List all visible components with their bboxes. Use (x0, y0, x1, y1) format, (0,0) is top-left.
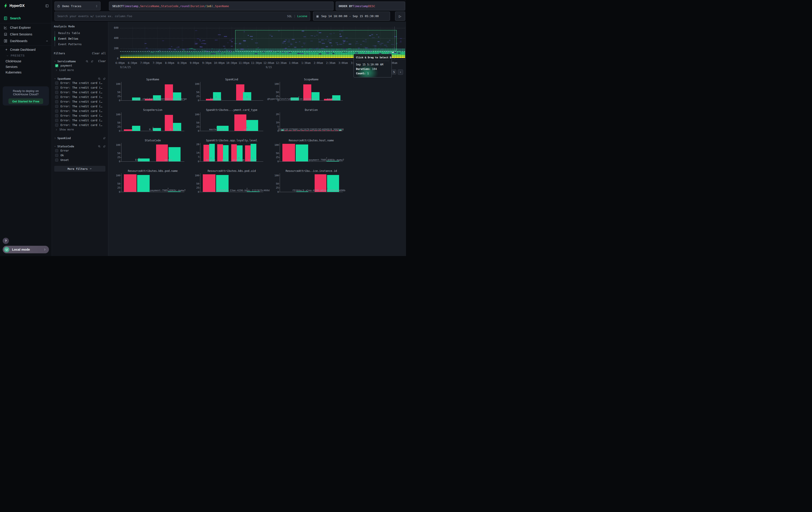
sidebar-item-search[interactable]: Search (0, 15, 52, 22)
get-started-button[interactable]: Get Started for Free (8, 99, 43, 104)
selection-rectangle[interactable] (235, 30, 397, 51)
source-select[interactable]: Demo Traces (55, 2, 100, 10)
filter-option[interactable]: Error (54, 148, 106, 153)
pin-icon[interactable] (91, 60, 94, 63)
chevron-down-icon (89, 167, 92, 170)
checkbox[interactable] (55, 100, 58, 103)
account-button[interactable]: U Local mode (3, 246, 49, 253)
search-input[interactable]: Search your events w/ Lucene ex. column:… (55, 11, 310, 21)
pin-icon[interactable] (103, 77, 106, 80)
create-dashboard-button[interactable]: +Create Dashboard (0, 47, 52, 53)
filter-option[interactable]: payment (54, 63, 106, 68)
axis-tick (120, 100, 121, 101)
filter-group-header-spankind[interactable]: SpanKind (54, 136, 106, 140)
y-axis-label: 100 (274, 143, 279, 146)
page-number-button[interactable]: 5 (392, 70, 396, 75)
histogram-title: SpanAttributes...yment.card_type (200, 108, 263, 111)
histogram-title: SpanKind (200, 78, 263, 81)
y-axis-label: 0 (198, 160, 199, 163)
checkbox[interactable] (55, 124, 58, 127)
filter-group-header-servicename[interactable]: ServiceNameClear (54, 59, 106, 63)
checkbox[interactable] (55, 149, 58, 152)
heatmap-cell (400, 38, 402, 39)
heatmap-cell (289, 52, 291, 53)
filter-option[interactable]: Error: The credit card (… (54, 85, 106, 90)
sidebar-item-label: Dashboards (10, 39, 27, 43)
y-axis-label: 100 (274, 174, 279, 177)
more-filters-button[interactable]: More filters (54, 166, 106, 172)
filter-option[interactable]: Ok (54, 153, 106, 158)
plus-icon: + (5, 48, 7, 52)
lucene-mode-toggle[interactable]: Lucene (297, 15, 307, 18)
sidebar-preset-clickhouse[interactable]: ClickHouse (0, 59, 52, 64)
presets-toggle[interactable]: PRESETS (0, 53, 52, 58)
y-axis-label: 0 (198, 190, 199, 193)
collapse-sidebar-icon[interactable] (45, 4, 49, 8)
load-more-button[interactable]: Load more (54, 68, 106, 72)
analysis-mode-event-patterns[interactable]: Event Patterns (57, 42, 106, 47)
sql-mode-toggle[interactable]: SQL (287, 15, 292, 18)
filter-option[interactable]: Error: The credit card (… (54, 90, 106, 95)
axis-tick (120, 96, 121, 97)
checkbox[interactable] (55, 91, 58, 94)
sidebar-preset-services[interactable]: Services (0, 64, 52, 69)
query-token: , (159, 4, 161, 8)
search-icon[interactable] (98, 77, 101, 80)
order-by-input[interactable]: ORDER BY Timestamp DESC (336, 2, 405, 10)
show-more-button[interactable]: Show more (54, 127, 106, 132)
axis-tick (169, 157, 169, 159)
filter-option[interactable]: Error: The credit card (… (54, 109, 106, 113)
checkbox[interactable] (55, 110, 58, 113)
sidebar-item-dashboards[interactable]: Dashboards (0, 37, 52, 45)
query-token: Duration (191, 4, 205, 8)
checkbox[interactable] (55, 119, 58, 122)
pin-icon[interactable] (103, 145, 106, 148)
filter-option[interactable]: Error: The credit card (… (54, 123, 106, 127)
checkbox[interactable] (55, 96, 58, 99)
filter-option[interactable]: Error: The credit card (… (54, 99, 106, 104)
filter-option[interactable]: Error: The credit card (… (54, 104, 106, 109)
run-query-button[interactable]: ▷ (395, 11, 405, 21)
x-axis-label: 9:30pm (202, 61, 211, 64)
search-icon[interactable] (98, 145, 101, 148)
filter-group-header-spanname[interactable]: SpanName (54, 77, 106, 81)
selection-handle[interactable] (392, 52, 394, 53)
checkbox[interactable] (55, 64, 58, 67)
clear-all-button[interactable]: Clear all (92, 52, 106, 55)
hyperdx-logo-icon (3, 3, 8, 8)
filter-option[interactable]: Error: The credit card (… (54, 95, 106, 99)
y-axis-label: 20 (276, 113, 279, 115)
analysis-mode-event-deltas[interactable]: Event Deltas (57, 36, 106, 42)
query-token: ), (211, 4, 215, 8)
filter-option[interactable]: Error: The credit card (… (54, 118, 106, 123)
heatmap-cell (400, 41, 402, 42)
histogram-title: StatusCode (121, 139, 184, 142)
checkbox[interactable] (55, 114, 58, 117)
checkbox[interactable] (55, 154, 58, 157)
filter-option[interactable]: Error: The credit card (… (54, 81, 106, 85)
heatmap-cell (171, 46, 172, 47)
filter-group-header-statuscode[interactable]: StatusCode (54, 144, 106, 148)
time-range-picker[interactable]: Sep 14 18:00:00 - Sep 15 05:30:00 (313, 11, 390, 21)
sidebar-item-chart-explorer[interactable]: Chart Explorer (0, 24, 52, 31)
checkbox[interactable] (55, 159, 58, 162)
filter-option[interactable]: Error: The credit card (… (54, 113, 106, 118)
search-icon[interactable] (86, 60, 88, 63)
analysis-mode-results-table[interactable]: Results Table (57, 30, 106, 36)
analysis-rail-active (55, 37, 55, 41)
clear-filter-button[interactable]: Clear (98, 60, 106, 63)
next-page-button[interactable]: › (398, 70, 403, 75)
sql-select-input[interactable]: SELECT Timestamp, ServiceName, StatusCod… (109, 2, 334, 10)
chevron-down-icon (54, 145, 57, 147)
checkbox[interactable] (55, 105, 58, 108)
help-button[interactable]: ? (3, 238, 9, 244)
x-axis-label: 12:00am (263, 61, 274, 64)
sidebar-item-client-sessions[interactable]: Client Sessions (0, 31, 52, 38)
checkbox[interactable] (55, 86, 58, 89)
sidebar-preset-kubernetes[interactable]: Kubernetes (0, 70, 52, 75)
checkbox[interactable] (55, 81, 58, 85)
heatmap-cell (170, 50, 171, 50)
pin-icon[interactable] (103, 137, 106, 140)
filter-option[interactable]: Unset (54, 158, 106, 162)
promo-line1: Ready to deploy on (3, 89, 49, 92)
